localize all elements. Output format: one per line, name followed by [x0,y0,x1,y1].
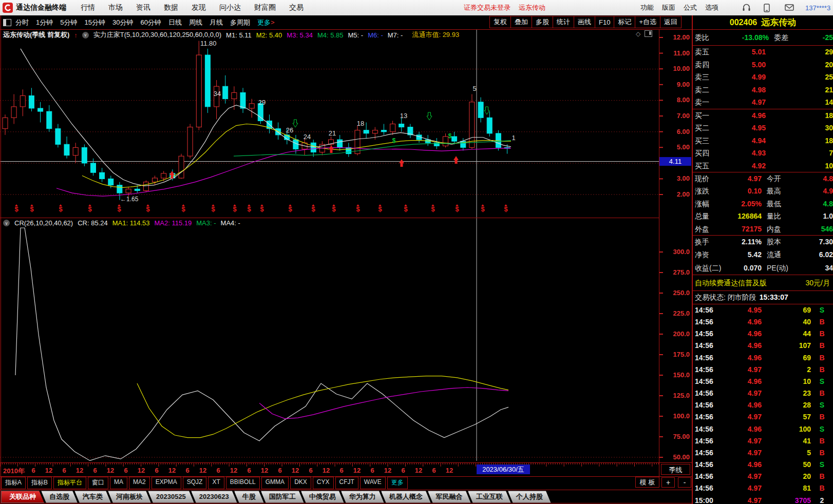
zoom-out-button[interactable]: - [678,477,691,488]
indicator-tab-MA2[interactable]: MA2 [129,477,150,489]
collapse-icon[interactable]: ∨ [3,220,10,226]
order-volume: 10 [766,160,833,172]
stock-tab-关联品种[interactable]: 关联品种 [1,491,44,503]
indicator-tab-CFJT[interactable]: CFJT [335,477,358,489]
info-value: 7.30 [796,236,833,248]
svg-text:$: $ [481,205,485,213]
svg-text:$: $ [211,205,215,213]
tick-time: 14:56 [693,340,720,352]
order-row[interactable]: 卖一4.9714 [693,96,833,109]
svg-text:13: 13 [400,112,407,120]
tick-list[interactable]: 14:564.9569S14:564.9640B14:564.9644B14:5… [693,304,833,504]
order-row[interactable]: 卖五5.0129 [693,46,833,59]
indicator-tab-指标平台[interactable]: 指标平台 [53,477,86,489]
indicator-tab-BBIBOLL[interactable]: BBIBOLL [226,477,260,489]
stock-tab-汽车类[interactable]: 汽车类 [74,491,111,503]
order-label: 卖四 [693,59,725,71]
template-button[interactable]: 模 板 [635,477,659,488]
stock-tab-20230525[interactable]: 20230525 [148,491,194,503]
stock-tab-20230623[interactable]: 20230623 [191,491,237,503]
stock-tab-工业互联[interactable]: 工业互联 [468,491,511,503]
window-icon[interactable] [645,30,652,37]
indicator-tab-指标B[interactable]: 指标B [27,477,52,489]
tab-label: 国防军工 [269,493,296,500]
m-value: M5: - [348,31,364,39]
tick-volume: 20 [762,471,811,482]
tick-side: B [811,447,833,459]
order-price: 4.94 [725,134,766,147]
order-row[interactable]: 卖三4.9925 [693,71,833,84]
stock-tab-军民融合[interactable]: 军民融合 [428,491,471,503]
time-label: 6 [309,467,312,474]
info-row: 换手2.11%股本7.30 [693,236,833,248]
tick-side: B [811,435,833,447]
tick-row: 14:564.9644B [693,328,833,340]
tab-label: 军民融合 [436,493,463,500]
order-price: 4.93 [725,147,766,160]
tick-volume: 107 [762,340,811,352]
cr-label: 150.0 [660,371,690,379]
order-book[interactable]: 卖五5.0129卖四5.0020卖三4.9925卖二4.9821卖一4.9714… [693,46,833,172]
stock-period-title[interactable]: 远东传动(季线 前复权) [3,30,69,40]
indicator-tab-GMMA[interactable]: GMMA [261,477,289,489]
cr-label: 200.0 [660,330,690,338]
info-label: 今开 [762,172,796,185]
info-value: 4.8 [796,172,833,185]
indicator-tab-SQJZ[interactable]: SQJZ [183,477,207,489]
stock-tab-个人持股[interactable]: 个人持股 [508,491,551,503]
order-row[interactable]: 买二4.9530 [693,122,833,134]
order-price: 4.96 [725,109,766,122]
indicator-tab-CYX[interactable]: CYX [313,477,334,489]
stock-tab-国防军工[interactable]: 国防军工 [261,491,304,503]
collapse-icon[interactable]: ∨ [82,32,89,38]
stock-tab-自选股[interactable]: 自选股 [41,491,78,503]
indicator-tab-MA[interactable]: MA [110,477,127,489]
info-label: 现价 [693,172,723,185]
tick-time: 14:56 [693,482,720,494]
order-row[interactable]: 买一4.9618 [693,109,833,122]
info-value: 4.9 [796,185,833,197]
tab-label: 自选股 [49,493,69,500]
order-row[interactable]: 卖二4.9821 [693,84,833,96]
indicator-tab-指标A[interactable]: 指标A [1,477,26,489]
order-label: 买一 [693,109,725,122]
info-row: 总量126864量比1.0 [693,210,833,222]
order-row[interactable]: 卖四5.0020 [693,59,833,71]
stock-tab-中俄贸易[interactable]: 中俄贸易 [301,491,344,503]
stock-tab-机器人概念[interactable]: 机器人概念 [381,491,431,503]
cr-label: 75.00 [660,433,690,440]
tick-row: 14:564.975B [693,447,833,459]
order-row[interactable]: 买三4.9418 [693,134,833,147]
svg-text:11.80: 11.80 [200,40,217,47]
zoom-in-button[interactable]: + [661,477,675,488]
stock-tab-华为算力[interactable]: 华为算力 [341,491,384,503]
stock-tab-河南板块[interactable]: 河南板块 [108,491,151,503]
tick-price: 4.96 [720,352,762,364]
svg-text:$: $ [311,205,315,213]
cr-indicator-name[interactable]: CR(26,10,20,40,62) [14,219,73,227]
info-label: 总量 [693,210,723,222]
diamond-icon[interactable]: ◇ [636,30,640,37]
tick-time: 14:56 [693,459,720,471]
info-label: 内盘 [762,223,796,235]
order-row[interactable]: 买四4.937 [693,147,833,160]
subscription-banner[interactable]: 自动续费通达信普及版30元/月 [693,275,833,291]
indicator-tab-WAVE[interactable]: WAVE [360,477,386,489]
tick-side: B [811,328,833,340]
indicator-tab-更多[interactable]: 更多 [387,477,408,489]
current-period-tag[interactable]: 季线 [661,464,690,475]
tick-row: 14:564.972B [693,364,833,376]
indicator-tab-XT[interactable]: XT [208,477,224,489]
tick-price: 4.97 [720,482,762,494]
indicator-tab-DKX[interactable]: DKX [290,477,311,489]
time-label: 12 [415,467,422,474]
indicator-name[interactable]: 实力庄家T(5,10,20,30,60,120,250,60,0,0,0) [93,30,221,40]
order-row[interactable]: 买五4.9210 [693,160,833,172]
tick-price: 4.95 [720,304,762,316]
stock-tab-牛股[interactable]: 牛股 [234,491,264,503]
time-label: 6 [93,467,97,474]
cr-label: 175.0 [660,351,690,358]
indicator-tab-EXPMA[interactable]: EXPMA [152,477,181,489]
indicator-tab-窗口[interactable]: 窗口 [88,477,108,489]
tick-row: 14:564.9569S [693,304,833,316]
